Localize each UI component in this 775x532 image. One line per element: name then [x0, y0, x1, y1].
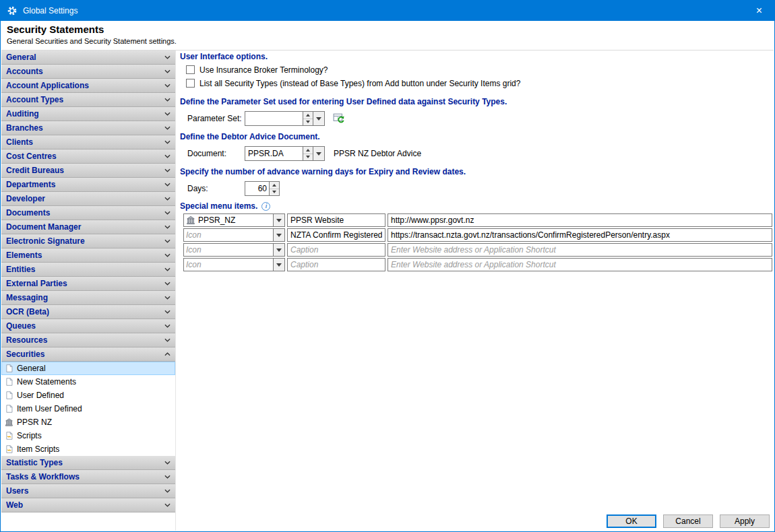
sidebar-group-account-applications[interactable]: Account Applications	[1, 79, 175, 93]
info-icon[interactable]	[261, 202, 270, 211]
sidebar-group-users[interactable]: Users	[1, 484, 175, 498]
menu-item-caption-input[interactable]	[287, 258, 385, 271]
cancel-button[interactable]: Cancel	[663, 514, 713, 528]
chevron-down-icon	[164, 154, 170, 158]
menu-item-caption-input[interactable]	[287, 213, 385, 227]
sidebar-item-item-scripts[interactable]: Item Scripts	[1, 442, 175, 456]
menu-item-caption-input[interactable]	[287, 228, 385, 242]
document-input[interactable]	[245, 147, 303, 160]
spin-down-icon[interactable]	[303, 119, 313, 126]
menu-item-icon-value: PPSR_NZ	[198, 215, 270, 225]
parameter-set-input[interactable]	[245, 112, 303, 125]
menu-item-icon-select[interactable]: Icon	[183, 228, 285, 242]
menu-item-icon-select[interactable]: PPSR_NZ	[183, 213, 285, 227]
sidebar-group-label: General	[6, 53, 164, 62]
spin-down-icon[interactable]	[303, 154, 313, 161]
sidebar-group-label: Users	[6, 486, 164, 496]
menu-item-url-input[interactable]	[388, 243, 772, 257]
dropdown-arrow-icon[interactable]	[273, 229, 284, 241]
menu-item-caption-input[interactable]	[287, 243, 385, 257]
menu-item-icon-select[interactable]: Icon	[183, 258, 285, 271]
checkbox[interactable]	[186, 79, 195, 88]
menu-item-url-input[interactable]	[388, 213, 772, 227]
sidebar-group-entities[interactable]: Entities	[1, 263, 175, 277]
sidebar-group-queues[interactable]: Queues	[1, 319, 175, 333]
sidebar-group-departments[interactable]: Departments	[1, 178, 175, 192]
sidebar-group-developer[interactable]: Developer	[1, 192, 175, 206]
sidebar-group-tasks-workflows[interactable]: Tasks & Workflows	[1, 470, 175, 484]
sidebar-group-ocr-beta[interactable]: OCR (Beta)	[1, 305, 175, 319]
menu-item-url-input[interactable]	[388, 258, 772, 271]
sidebar-group-elements[interactable]: Elements	[1, 248, 175, 263]
sidebar-group-branches[interactable]: Branches	[1, 121, 175, 135]
spin-up-icon[interactable]	[303, 112, 313, 119]
sidebar-item-ppsr-nz[interactable]: PPSR NZ	[1, 415, 175, 429]
dropdown-arrow-icon[interactable]	[313, 147, 324, 160]
spin-up-icon[interactable]	[270, 182, 279, 189]
special-menu-heading-text: Special menu items.	[180, 201, 257, 211]
sidebar-group-cost-centres[interactable]: Cost Centres	[1, 149, 175, 164]
sidebar-group-external-parties[interactable]: External Parties	[1, 277, 175, 291]
titlebar[interactable]: Global Settings ×	[1, 1, 774, 21]
sidebar-group-clients[interactable]: Clients	[1, 135, 175, 149]
dropdown-arrow-icon[interactable]	[273, 259, 284, 271]
menu-item-icon-value: Icon	[186, 245, 270, 255]
sidebar-item-general[interactable]: General	[1, 362, 175, 375]
page-icon	[5, 391, 13, 400]
chevron-down-icon	[164, 281, 170, 286]
dropdown-arrow-icon[interactable]	[313, 112, 324, 125]
chevron-down-icon	[164, 225, 170, 229]
sidebar-group-auditing[interactable]: Auditing	[1, 107, 175, 121]
days-spinbox[interactable]	[245, 181, 280, 196]
section-heading-special-menu: Special menu items.	[180, 201, 270, 211]
sidebar-item-new-statements[interactable]: New Statements	[1, 375, 175, 389]
sidebar-item-item-user-defined[interactable]: Item User Defined	[1, 402, 175, 415]
sidebar-group-label: Electronic Signature	[6, 236, 164, 246]
checkbox-label: List all Security Types (instead of Base…	[199, 79, 520, 88]
sidebar-group-electronic-signature[interactable]: Electronic Signature	[1, 234, 175, 248]
sidebar-group-accounts[interactable]: Accounts	[1, 65, 175, 79]
days-spinner	[269, 182, 279, 195]
grid-refresh-icon[interactable]	[333, 112, 345, 125]
sidebar-group-label: Document Manager	[6, 222, 164, 232]
parameter-set-combo[interactable]	[245, 111, 325, 126]
sidebar-group-label: External Parties	[6, 279, 164, 288]
checkbox-use-insurance-broker-terminology[interactable]: Use Insurance Broker Terminology?	[186, 65, 520, 75]
sidebar-group-messaging[interactable]: Messaging	[1, 291, 175, 305]
dropdown-arrow-icon[interactable]	[273, 214, 284, 226]
sidebar-group-label: Tasks & Workflows	[6, 472, 164, 481]
apply-button[interactable]: Apply	[720, 514, 770, 528]
ok-button[interactable]: OK	[607, 514, 656, 528]
sidebar-group-documents[interactable]: Documents	[1, 206, 175, 220]
chevron-down-icon	[164, 324, 170, 328]
chevron-down-icon	[164, 489, 170, 493]
page-icon	[5, 404, 13, 413]
menu-item-url-input[interactable]	[388, 228, 772, 242]
chevron-down-icon	[164, 475, 170, 479]
checkbox-list-all-security-types-instead-of-base-types-fr[interactable]: List all Security Types (instead of Base…	[186, 78, 520, 88]
sidebar-group-account-types[interactable]: Account Types	[1, 93, 175, 107]
sidebar-group-statistic-types[interactable]: Statistic Types	[1, 456, 175, 470]
sidebar-item-scripts[interactable]: Scripts	[1, 429, 175, 442]
global-settings-dialog: Global Settings × Security Statements Ge…	[0, 0, 775, 532]
sidebar-group-general[interactable]: General	[1, 51, 175, 65]
document-combo[interactable]	[245, 146, 325, 161]
spin-down-icon[interactable]	[270, 189, 279, 196]
checkbox[interactable]	[186, 65, 195, 74]
close-button[interactable]: ×	[744, 1, 774, 21]
sidebar-item-user-defined[interactable]: User Defined	[1, 389, 175, 402]
chevron-down-icon	[164, 338, 170, 342]
sidebar-group-securities[interactable]: Securities	[1, 347, 175, 362]
page-title: Security Statements	[7, 24, 774, 35]
spin-up-icon[interactable]	[303, 147, 313, 154]
sidebar-group-resources[interactable]: Resources	[1, 333, 175, 347]
sidebar-group-document-manager[interactable]: Document Manager	[1, 220, 175, 234]
dropdown-arrow-icon[interactable]	[273, 244, 284, 256]
sidebar-group-credit-bureaus[interactable]: Credit Bureaus	[1, 164, 175, 178]
days-input[interactable]	[245, 182, 269, 195]
section-heading-debtor-advice: Define the Debtor Advice Document.	[180, 132, 320, 141]
chevron-down-icon	[164, 352, 170, 356]
sidebar-group-label: Documents	[6, 208, 164, 218]
sidebar-group-web[interactable]: Web	[1, 498, 175, 512]
menu-item-icon-select[interactable]: Icon	[183, 243, 285, 257]
